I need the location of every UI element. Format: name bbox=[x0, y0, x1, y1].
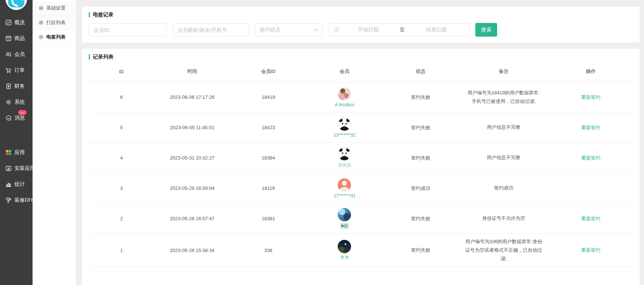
cell-id: 1 bbox=[89, 234, 154, 267]
submenu-item-basic-settings[interactable]: 基础设置 bbox=[33, 1, 76, 16]
sidebar-item-label: 概况 bbox=[14, 19, 25, 26]
sidebar-item-label: 订单 bbox=[14, 67, 25, 74]
column-header: 操作 bbox=[549, 63, 633, 82]
sidebar-item-decorate-diy[interactable]: 装修DIY bbox=[0, 192, 33, 208]
sidebar-item-label: 系统 bbox=[14, 99, 25, 105]
sidebar-item-finance[interactable]: 财务 bbox=[0, 78, 33, 94]
sidebar-item-label: 安装应用 bbox=[14, 165, 33, 172]
system-icon bbox=[5, 98, 12, 105]
table-row: 1 2023-05-26 15:38:34 336 卡卡 签约失败 用户编号为3… bbox=[89, 234, 633, 267]
sidebar-item-label: 会员 bbox=[14, 51, 25, 58]
search-card-title-text: 电签记录 bbox=[93, 11, 114, 18]
sign-status-select-value: 签约状态 bbox=[260, 27, 280, 33]
cell-id: 3 bbox=[89, 173, 154, 204]
overview-icon bbox=[5, 19, 12, 26]
gear-icon bbox=[38, 34, 44, 40]
records-card-title-text: 记录列表 bbox=[93, 54, 114, 60]
cell-remark: 用户编号为18419的用户数据异常: 手机号已被使用，已自动过滤; bbox=[459, 82, 549, 113]
column-header: 会员ID bbox=[230, 63, 306, 82]
sidebar-item-stats[interactable]: 统计 bbox=[0, 176, 33, 192]
search-button[interactable]: 搜索 bbox=[475, 23, 497, 37]
cell-status: 签约失败 bbox=[382, 143, 459, 173]
cell-status: 签约失败 bbox=[382, 82, 459, 113]
column-header: 时间 bbox=[154, 63, 230, 82]
clock-icon bbox=[334, 27, 339, 33]
sidebar-item-overview[interactable]: 概况 bbox=[0, 14, 33, 30]
submenu-item-label: 打款列表 bbox=[46, 19, 65, 26]
cell-status: 签约失败 bbox=[382, 234, 459, 267]
panda-avatar bbox=[338, 118, 351, 131]
cell-remark: 签约成功 bbox=[459, 173, 549, 204]
submenu-item-payment-list[interactable]: 打款列表 bbox=[33, 16, 76, 30]
unread-badge: ... bbox=[18, 110, 27, 115]
title-accent-bar bbox=[89, 12, 90, 17]
cell-member: A Incubus bbox=[306, 82, 382, 113]
column-header: 会员 bbox=[306, 63, 382, 82]
install-app-icon bbox=[5, 165, 12, 172]
sign-status-select[interactable]: 签约状态 bbox=[255, 23, 323, 36]
cell-member-id: 18423 bbox=[230, 113, 306, 143]
member-name-link[interactable]: 13*******32 bbox=[334, 133, 355, 138]
cell-time: 2023-05-29 16:59:04 bbox=[154, 173, 230, 204]
sidebar-item-apps[interactable]: 应用 bbox=[0, 144, 33, 160]
records-card-title: 记录列表 bbox=[89, 54, 633, 60]
sidebar-item-label: 装修DIY bbox=[14, 197, 33, 204]
member-info-input[interactable] bbox=[173, 23, 249, 36]
search-card-title: 电签记录 bbox=[89, 11, 633, 18]
resign-action-link[interactable]: 重新签约 bbox=[581, 155, 600, 161]
records-card: 记录列表 ID时间会员ID会员状态备注操作 6 2023-06-06 17:17… bbox=[82, 49, 640, 285]
column-header: 状态 bbox=[382, 63, 459, 82]
column-header: 备注 bbox=[459, 63, 549, 82]
cell-remark: 用户信息不完整 bbox=[459, 113, 549, 143]
cell-time: 2023-05-31 10:32:27 bbox=[154, 143, 230, 173]
member-name-link[interactable]: ■自 bbox=[340, 223, 349, 229]
cell-action bbox=[549, 173, 633, 204]
cell-member-id: 18381 bbox=[230, 204, 306, 234]
goods-icon bbox=[5, 35, 12, 42]
cell-member: 13*******32 bbox=[306, 113, 382, 143]
member-name-link[interactable]: 测测测 bbox=[338, 162, 351, 168]
records-table: ID时间会员ID会员状态备注操作 6 2023-06-06 17:17:26 1… bbox=[89, 63, 633, 267]
member-id-input[interactable] bbox=[89, 23, 166, 36]
resign-action-link[interactable]: 重新签约 bbox=[581, 216, 600, 221]
sidebar-item-order[interactable]: 订单 bbox=[0, 62, 33, 78]
finance-icon bbox=[5, 83, 12, 90]
sidebar-item-message[interactable]: 消息 ... bbox=[0, 110, 33, 126]
member-name-link[interactable]: 卡卡 bbox=[340, 255, 349, 261]
sidebar-item-system[interactable]: 系统 bbox=[0, 94, 33, 110]
date-range-picker[interactable]: 开始日期 至 结束日期 bbox=[329, 23, 470, 36]
sidebar-item-member[interactable]: 会员 bbox=[0, 46, 33, 62]
table-header-row: ID时间会员ID会员状态备注操作 bbox=[89, 63, 633, 82]
cell-status: 签约失败 bbox=[382, 204, 459, 234]
end-date-placeholder: 结束日期 bbox=[407, 27, 466, 33]
members-icon bbox=[5, 51, 12, 58]
sidebar-item-install-app[interactable]: 安装应用 bbox=[0, 160, 33, 176]
table-row: 3 2023-05-29 16:59:04 18119 17*******41 … bbox=[89, 173, 633, 204]
resign-action-link[interactable]: 重新签约 bbox=[581, 125, 600, 130]
apps-icon bbox=[5, 149, 12, 156]
cell-id: 2 bbox=[89, 204, 154, 234]
diy-icon bbox=[5, 197, 12, 204]
cell-action: 重新签约 bbox=[549, 82, 633, 113]
cell-member: 卡卡 bbox=[306, 234, 382, 267]
member-name-link[interactable]: A Incubus bbox=[335, 102, 354, 107]
member-name-link[interactable]: 17*******41 bbox=[334, 193, 355, 198]
app-logo-icon bbox=[8, 0, 24, 7]
cell-time: 2023-05-26 16:57:47 bbox=[154, 204, 230, 234]
cell-action: 重新签约 bbox=[549, 113, 633, 143]
chevron-down-icon bbox=[313, 28, 318, 31]
cell-member-id: 18419 bbox=[230, 82, 306, 113]
resign-action-link[interactable]: 重新签约 bbox=[581, 247, 600, 253]
sidebar-nav-secondary: 应用 安装应用 统计 装修DIY bbox=[0, 144, 33, 208]
night-avatar bbox=[338, 240, 351, 253]
submenu-item-label: 基础设置 bbox=[46, 5, 65, 11]
sidebar-item-goods[interactable]: 商品 bbox=[0, 30, 33, 46]
sidebar-item-label: 消息 bbox=[14, 115, 25, 121]
submenu-sidebar: 基础设置 打款列表 电签列表 bbox=[33, 0, 76, 285]
main-content: 电签记录 签约状态 开始日期 至 结束日期 搜索 记录列表 bbox=[76, 0, 644, 285]
sidebar-nav-main: 概况 商品 会员 订单 财务 系统 消息 ... bbox=[0, 14, 33, 126]
cell-member: 测测测 bbox=[306, 143, 382, 173]
resign-action-link[interactable]: 重新签约 bbox=[581, 94, 600, 100]
table-row: 6 2023-06-06 17:17:26 18419 A Incubus 签约… bbox=[89, 82, 633, 113]
submenu-item-esign-list[interactable]: 电签列表 bbox=[33, 30, 76, 44]
